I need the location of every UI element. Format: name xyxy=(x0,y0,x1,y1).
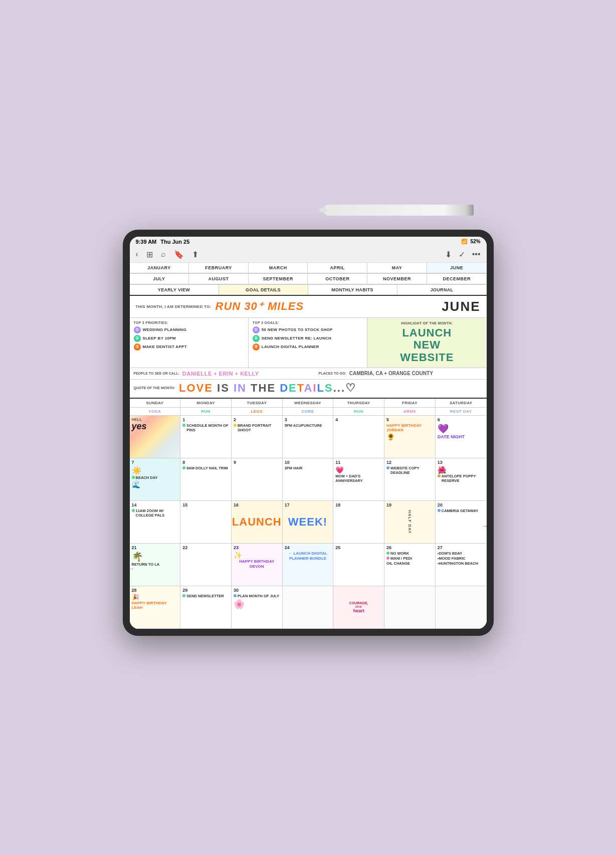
month-jan[interactable]: JANUARY xyxy=(130,263,189,273)
calendar-header: SUNDAY MONDAY TUESDAY WEDNESDAY THURSDAY… xyxy=(130,399,487,408)
month-may[interactable]: MAY xyxy=(367,263,427,273)
month-apr[interactable]: APRIL xyxy=(308,263,367,273)
cal-cell-courage: COURAGE, dear heart xyxy=(333,586,384,629)
day-friday: FRIDAY xyxy=(384,399,436,407)
calendar: SUNDAY MONDAY TUESDAY WEDNESDAY THURSDAY… xyxy=(130,399,487,629)
status-bar: 9:39 AM Thu Jun 25 📶 52% xyxy=(130,237,487,247)
month-dec[interactable]: DECEMBER xyxy=(427,274,487,284)
cal-cell-empty-2 xyxy=(384,586,436,629)
cal-cell-empty-3 xyxy=(436,586,487,629)
priority-2: ② SLEEP BY 10PM xyxy=(134,335,244,342)
download-icon[interactable]: ⬇ xyxy=(445,250,452,259)
quote-text: LOVE IS IN THE DETAILS...♡ xyxy=(179,382,356,395)
cal-cell-2: 2 BRAND PORTRAIT SHOOT xyxy=(232,416,283,458)
arrow-right-icon: → xyxy=(482,522,487,530)
quote-row: QUOTE OF THE MONTH: LOVE IS IN THE DETAI… xyxy=(130,380,487,399)
priorities-cell: TOP 3 PRIORITIES: ① WEDDING PLANNING ② S… xyxy=(130,318,249,368)
goal-3: ③ LAUNCH DIGITAL PLANNER xyxy=(253,344,363,351)
battery-indicator: 52% xyxy=(470,239,480,244)
subnav-yearly[interactable]: YEARLY VIEW xyxy=(130,285,219,295)
search-icon[interactable]: ⌕ xyxy=(161,250,166,259)
cal-cell-19: 19 HALF DAY xyxy=(384,501,436,544)
highlight-title: HIGHLIGHT OF THE MONTH: xyxy=(400,321,454,325)
day-sunday: SUNDAY xyxy=(130,399,181,407)
cal-cell-16: 16 LAUNCH xyxy=(232,501,283,544)
status-date: Thu Jun 25 xyxy=(160,239,189,245)
cal-cell-25: 25 xyxy=(333,544,384,586)
cal-cell-7: 7 ☀️ BEACH DAY 🌊 xyxy=(130,458,181,501)
month-feb[interactable]: FEBRUARY xyxy=(189,263,249,273)
cal-cell-3: 3 5PM ACUPUNCTURE xyxy=(283,416,334,458)
day-thursday: THURSDAY xyxy=(333,399,384,407)
month-header: THIS MONTH, I AM DETERMINED TO: RUN 30⁺ … xyxy=(130,296,487,318)
subnav-journal[interactable]: JOURNAL xyxy=(397,285,487,295)
day-monday: MONDAY xyxy=(180,399,232,407)
cal-cell-8: 8 8AM DOLLY NAIL TRIM xyxy=(180,458,232,501)
month-nav-row1: JANUARY FEBRUARY MARCH APRIL MAY JUNE xyxy=(130,263,487,274)
cal-cell-29: 29 SEND NEWSLETTER xyxy=(180,586,232,629)
priority-1: ① WEDDING PLANNING xyxy=(134,326,244,333)
info-row: TOP 3 PRIORITIES: ① WEDDING PLANNING ② S… xyxy=(130,318,487,368)
priorities-title: TOP 3 PRIORITIES: xyxy=(134,321,244,324)
back-icon[interactable]: ‹ xyxy=(136,250,138,259)
goals-title: TOP 3 GOALS: xyxy=(253,321,363,324)
cal-cell-30: 30 PLAN MONTH OF JULY 🌸 xyxy=(232,586,283,629)
workout-sun: YOGA xyxy=(130,408,181,415)
toolbar: ‹ ⊞ ⌕ 🔖 ⬆ ⬇ ✓ ••• xyxy=(130,247,487,263)
workout-tue: LEGS xyxy=(232,408,283,415)
people-label: PEOPLE TO SEE OR CALL: xyxy=(134,372,179,375)
cal-cell-14: 14 11AM ZOOM W/ COLLEGE PALS xyxy=(130,501,181,544)
arrow-left-icon: → xyxy=(130,565,135,573)
priority-3: ③ MAKE DENTIST APPT xyxy=(134,344,244,351)
month-oct[interactable]: OCTOBER xyxy=(308,274,367,284)
cal-cell-12: 12 WEBSITE COPY DEADLINE xyxy=(384,458,436,501)
subnav-habits[interactable]: MONTHLY HABITS xyxy=(308,285,397,295)
cal-cell-23: 23 ✨ HAPPY BIRTHDAY DEVON xyxy=(232,544,283,586)
workout-thu: RUN xyxy=(333,408,384,415)
goals-cell: TOP 3 GOALS: ① 50 NEW PHOTOS TO STOCK SH… xyxy=(249,318,367,368)
share-icon[interactable]: ⬆ xyxy=(192,250,198,259)
grid-icon[interactable]: ⊞ xyxy=(146,250,153,259)
workout-fri: ARMS xyxy=(384,408,436,415)
highlight-cell: HIGHLIGHT OF THE MONTH: LAUNCHNEWWEBSITE xyxy=(367,318,486,368)
month-goal: RUN 30⁺ MILES xyxy=(216,300,442,313)
month-name: JUNE xyxy=(442,299,480,314)
workout-row: YOGA RUN LEGS CORE RUN ARMS REST DAY xyxy=(130,408,487,416)
cal-cell-21: → 21 🌴 RETURN TO LA xyxy=(130,544,181,586)
people-value: DANIELLE + ERIN + KELLY xyxy=(182,371,316,377)
status-time: 9:39 AM xyxy=(136,239,157,245)
more-icon[interactable]: ••• xyxy=(472,250,481,259)
month-nov[interactable]: NOVEMBER xyxy=(367,274,427,284)
cal-cell-13: 13 🌺 ANTELOPE POPPY RESERVE xyxy=(436,458,487,501)
planner-content: JANUARY FEBRUARY MARCH APRIL MAY JUNE JU… xyxy=(130,263,487,629)
month-aug[interactable]: AUGUST xyxy=(189,274,249,284)
cal-cell-4: 4 xyxy=(333,416,384,458)
goal-2: ② SEND NEWSLETTER RE: LAUNCH xyxy=(253,335,363,342)
subnav-goals[interactable]: GOAL DETAILS xyxy=(219,285,308,295)
month-sep[interactable]: SEPTEMBER xyxy=(249,274,308,284)
cal-cell-1: 1 SCHEDULE MONTH OF PINS xyxy=(180,416,232,458)
workout-sat: REST DAY xyxy=(436,408,487,415)
workout-wed: CORE xyxy=(283,408,334,415)
highlight-text: LAUNCHNEWWEBSITE xyxy=(400,327,454,364)
month-mar[interactable]: MARCH xyxy=(249,263,308,273)
month-jun[interactable]: JUNE xyxy=(427,263,487,273)
quote-label: QUOTE OF THE MONTH: xyxy=(134,386,175,390)
bookmark-icon[interactable]: 🔖 xyxy=(174,250,184,259)
places-label: PLACES TO GO: xyxy=(319,372,346,375)
day-wednesday: WEDNESDAY xyxy=(283,399,334,407)
day-saturday: SATURDAY xyxy=(436,399,487,407)
cal-cell-27: 27 •DOM'S BDAY •MOOD FABRIC •HUNTINGTON … xyxy=(436,544,487,586)
month-jul[interactable]: JULY xyxy=(130,274,189,284)
cal-cell-20: 20 CAMBRIA GETAWAY → xyxy=(436,501,487,544)
cal-cell-17: 17 WEEK! xyxy=(283,501,334,544)
cal-cell-5: 5 HAPPY BIRTHDAY JORDAN 🌻 xyxy=(384,416,436,458)
calendar-grid: hell yes 1 SCHEDULE MONTH OF PINS 2 BRAN… xyxy=(130,416,487,629)
cal-cell-6: 6 💜 DATE NIGHT xyxy=(436,416,487,458)
places-value: CAMBRIA, CA + ORANGE COUNTY xyxy=(349,371,483,376)
scene: 9:39 AM Thu Jun 25 📶 52% ‹ ⊞ ⌕ 🔖 ⬆ ⬇ ✓ • xyxy=(113,200,504,656)
people-row: PEOPLE TO SEE OR CALL: DANIELLE + ERIN +… xyxy=(130,368,487,380)
goal-1: ① 50 NEW PHOTOS TO STOCK SHOP xyxy=(253,326,363,333)
checkmark-icon[interactable]: ✓ xyxy=(459,250,465,259)
cal-cell-yes: hell yes xyxy=(130,416,181,458)
